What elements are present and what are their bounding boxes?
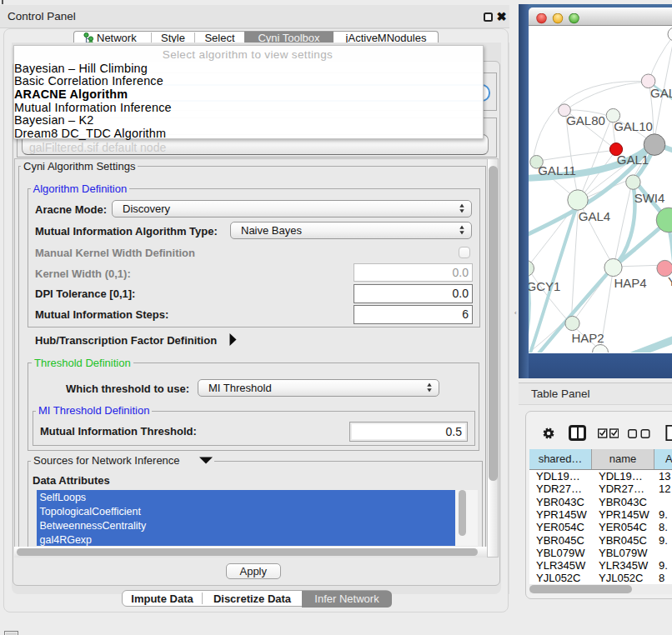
svg-text:GCY1: GCY1 [529,279,560,293]
svg-text:HAP2: HAP2 [571,331,604,345]
svg-text:Y: Y [668,274,672,288]
svg-text:GAL2: GAL2 [650,86,672,100]
svg-text:HAP4: HAP4 [614,276,646,290]
svg-text:GAL80: GAL80 [566,113,605,128]
svg-text:GAL10: GAL10 [614,119,653,133]
svg-text:GAL1: GAL1 [617,152,649,167]
svg-text:GAL4: GAL4 [579,209,610,223]
svg-text:SWI4: SWI4 [634,191,665,205]
svg-text:GAL11: GAL11 [538,163,576,178]
